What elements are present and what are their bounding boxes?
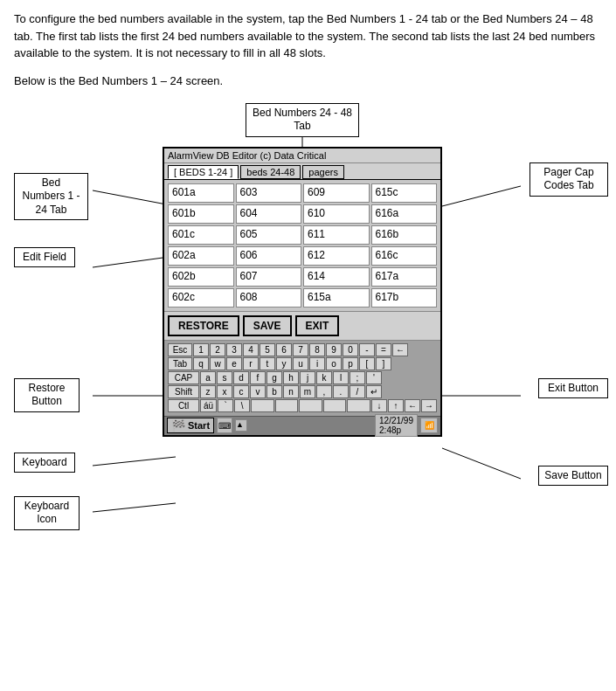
key-spacebar[interactable] (299, 399, 322, 412)
key-spacebar[interactable] (251, 399, 274, 412)
key-;[interactable]: ; (350, 371, 365, 384)
key-l[interactable]: l (333, 371, 349, 384)
bed-cell[interactable]: 617b (371, 288, 438, 307)
bed-cell[interactable]: 610 (303, 204, 370, 224)
key-k[interactable]: k (316, 371, 332, 384)
key-Ctl[interactable]: Ctl (168, 399, 199, 412)
label-edit-field: Edit Field (14, 247, 75, 268)
key-=[interactable]: = (376, 343, 391, 356)
key-w[interactable]: w (210, 357, 225, 370)
key-←[interactable]: ← (392, 343, 408, 356)
bed-cell[interactable]: 602c (168, 288, 234, 307)
key-r[interactable]: r (243, 357, 259, 370)
key-n[interactable]: n (283, 385, 299, 398)
taskbar-arrow[interactable]: ▲ (235, 419, 247, 432)
key-3[interactable]: 3 (226, 343, 242, 356)
bed-cell[interactable]: 605 (236, 225, 302, 245)
key-q[interactable]: q (193, 357, 209, 370)
key-h[interactable]: h (283, 371, 299, 384)
key-p[interactable]: p (343, 357, 358, 370)
key-↵[interactable]: ↵ (366, 385, 382, 398)
key-a[interactable]: a (200, 371, 216, 384)
key-8[interactable]: 8 (309, 343, 325, 356)
key-i[interactable]: i (309, 357, 325, 370)
key-↑[interactable]: ↑ (388, 399, 404, 412)
key-e[interactable]: e (226, 357, 242, 370)
key-f[interactable]: f (250, 371, 266, 384)
bed-cell[interactable]: 604 (236, 204, 302, 224)
key-z[interactable]: z (200, 385, 216, 398)
bed-cell[interactable]: 615c (371, 183, 438, 203)
key-Shift[interactable]: Shift (168, 385, 199, 398)
key-'[interactable]: ' (366, 371, 382, 384)
key-[[interactable]: [ (359, 357, 375, 370)
key-v[interactable]: v (250, 385, 266, 398)
save-button[interactable]: SAVE (243, 315, 292, 336)
key-y[interactable]: y (276, 357, 292, 370)
bed-cell[interactable]: 615a (303, 288, 370, 307)
exit-button[interactable]: EXIT (295, 315, 340, 336)
key-spacebar[interactable] (275, 399, 299, 412)
tab-beds-24-48[interactable]: beds 24-48 (240, 165, 301, 179)
key-b[interactable]: b (266, 385, 282, 398)
bed-cell[interactable]: 606 (236, 246, 302, 266)
key-4[interactable]: 4 (243, 343, 259, 356)
key-áü[interactable]: áü (200, 399, 217, 412)
key-g[interactable]: g (266, 371, 282, 384)
key-m[interactable]: m (300, 385, 315, 398)
key-c[interactable]: c (233, 385, 249, 398)
key-0[interactable]: 0 (343, 343, 358, 356)
device-tabs[interactable]: [ BEDS 1-24 ] beds 24-48 pagers (164, 163, 440, 180)
key-CAP[interactable]: CAP (168, 371, 199, 384)
bed-cell[interactable]: 616b (371, 225, 438, 245)
key--[interactable]: - (359, 343, 375, 356)
bed-cell[interactable]: 601a (168, 183, 234, 203)
bed-cell[interactable]: 612 (303, 246, 370, 266)
key-spacebar[interactable] (323, 399, 347, 412)
key-s[interactable]: s (217, 371, 232, 384)
key-1[interactable]: 1 (193, 343, 209, 356)
key-7[interactable]: 7 (293, 343, 308, 356)
bed-cell[interactable]: 609 (303, 183, 370, 203)
bed-cell[interactable]: 608 (236, 288, 302, 307)
key-6[interactable]: 6 (276, 343, 292, 356)
key-d[interactable]: d (233, 371, 249, 384)
key-→[interactable]: → (421, 399, 437, 412)
key-][interactable]: ] (376, 357, 391, 370)
bed-cell[interactable]: 611 (303, 225, 370, 245)
key-Esc[interactable]: Esc (168, 343, 192, 356)
key-j[interactable]: j (300, 371, 315, 384)
key-2[interactable]: 2 (210, 343, 225, 356)
key-\[interactable]: \ (234, 399, 250, 412)
restore-button[interactable]: RESTORE (168, 315, 239, 336)
key-t[interactable]: t (260, 357, 275, 370)
bed-cell[interactable]: 607 (236, 267, 302, 287)
key-/[interactable]: / (350, 385, 365, 398)
bed-cell[interactable]: 617a (371, 267, 438, 287)
key-9[interactable]: 9 (326, 343, 342, 356)
bed-cell[interactable]: 603 (236, 183, 302, 203)
tab-beds-1-24[interactable]: [ BEDS 1-24 ] (168, 165, 239, 179)
key-↓[interactable]: ↓ (371, 399, 387, 412)
key-.[interactable]: . (333, 385, 349, 398)
bed-cell[interactable]: 616a (371, 204, 438, 224)
key-,[interactable]: , (316, 385, 332, 398)
bed-cell[interactable]: 602a (168, 246, 234, 266)
key-Tab[interactable]: Tab (168, 357, 192, 370)
key-o[interactable]: o (326, 357, 342, 370)
key-←[interactable]: ← (405, 399, 420, 412)
key-spacebar[interactable] (347, 399, 370, 412)
bed-cell[interactable]: 616c (371, 246, 438, 266)
key-u[interactable]: u (293, 357, 308, 370)
bed-cell[interactable]: 602b (168, 267, 234, 287)
bed-cell[interactable]: 601b (168, 204, 234, 224)
key-5[interactable]: 5 (260, 343, 275, 356)
key-`[interactable]: ` (218, 399, 233, 412)
bed-cell[interactable]: 614 (303, 267, 370, 287)
start-button[interactable]: 🏁 Start (167, 418, 214, 433)
key-x[interactable]: x (217, 385, 232, 398)
tab-pagers[interactable]: pagers (302, 165, 344, 179)
taskbar-keyboard-icon[interactable]: ⌨ (217, 418, 232, 433)
bed-cell[interactable]: 601c (168, 225, 234, 245)
svg-line-4 (93, 503, 176, 512)
